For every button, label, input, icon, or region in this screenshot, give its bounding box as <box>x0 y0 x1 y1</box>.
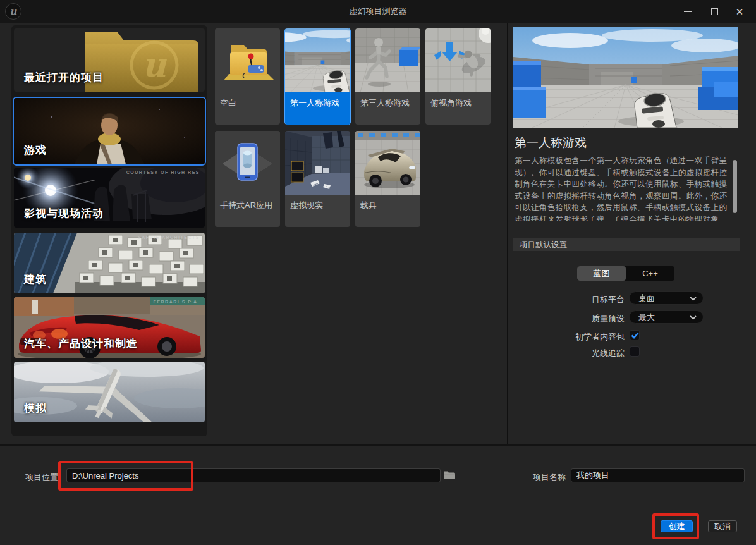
project-name-input[interactable] <box>571 468 745 482</box>
quality-preset-label: 质量预设 <box>530 313 625 324</box>
checkmark-icon <box>631 332 639 339</box>
template-tile-vehicle[interactable]: 载具 <box>355 131 420 227</box>
starter-content-label: 初学者内容包 <box>530 331 625 343</box>
template-tile-third-person[interactable]: 第三人称游戏 <box>355 28 420 125</box>
sidebar-item-label: 汽车、产品设计和制造 <box>24 336 138 351</box>
template-label: 手持式AR应用 <box>215 195 280 227</box>
minimize-button[interactable] <box>675 0 700 23</box>
top-down-thumbnail <box>425 28 491 92</box>
template-description: 第一人称模板包含一个第一人称玩家角色（通过一双手臂呈现）。你可以通过键盘、手柄或… <box>515 155 727 221</box>
thumbnail-credit: SAFDIE ARCHITECTS <box>138 235 200 240</box>
minimize-icon <box>684 11 692 12</box>
sidebar-item-label: 最近打开的项目 <box>24 70 104 85</box>
template-tile-first-person[interactable]: 第一人称游戏 <box>285 28 350 125</box>
thumbnail-credit: COURTESY OF HIGH RES <box>126 170 200 175</box>
sidebar-item-games[interactable]: 游戏 <box>14 98 205 164</box>
title-bar: u 虚幻项目浏览器 ✕ <box>0 0 756 23</box>
target-platform-label: 目标平台 <box>530 294 625 305</box>
language-toggle: 蓝图 C++ <box>577 266 674 281</box>
project-browser-window: u 虚幻项目浏览器 ✕ u 最近打开的项目 <box>0 0 756 545</box>
chevron-down-icon <box>690 297 697 301</box>
template-label: 空白 <box>215 92 280 125</box>
project-name-label: 项目名称 <box>533 472 566 483</box>
template-detail-title: 第一人称游戏 <box>515 135 587 151</box>
cancel-button[interactable]: 取消 <box>708 520 737 532</box>
quality-preset-value: 最大 <box>638 312 655 322</box>
svg-text:u: u <box>142 46 167 84</box>
template-tile-virtual-reality[interactable]: 虚拟现实 <box>285 131 350 227</box>
template-label: 载具 <box>355 195 420 227</box>
sidebar-item-film[interactable]: COURTESY OF HIGH RES 影视与现场活动 <box>14 168 205 228</box>
description-scrollbar[interactable] <box>733 160 737 213</box>
sidebar-item-label: 游戏 <box>24 143 47 157</box>
template-preview-image <box>513 27 738 128</box>
target-platform-dropdown[interactable]: 桌面 <box>629 291 704 305</box>
close-button[interactable]: ✕ <box>727 0 752 23</box>
quality-preset-dropdown[interactable]: 最大 <box>629 310 704 324</box>
template-label: 第一人称游戏 <box>285 92 350 125</box>
sidebar-item-architecture[interactable]: SAFDIE ARCHITECTS 建筑 <box>14 233 205 293</box>
close-icon: ✕ <box>736 7 744 16</box>
target-platform-value: 桌面 <box>638 293 655 303</box>
maximize-icon <box>711 8 718 15</box>
chevron-down-icon <box>690 315 697 320</box>
sidebar-item-automotive[interactable]: FERRARI S.P.A. 汽车、产品设计和制造 <box>14 297 205 358</box>
blank-thumbnail <box>215 28 280 92</box>
cpp-toggle-button[interactable]: C++ <box>626 266 674 281</box>
virtual-reality-thumbnail <box>285 131 350 195</box>
starter-content-checkbox[interactable] <box>630 330 640 340</box>
category-sidebar: u 最近打开的项目 游戏 <box>11 25 207 436</box>
thumbnail-credit: FERRARI S.P.A. <box>154 300 200 304</box>
browse-folder-icon[interactable] <box>444 470 455 479</box>
template-label: 俯视角游戏 <box>425 92 491 125</box>
sidebar-item-label: 模拟 <box>24 401 47 415</box>
template-label: 虚拟现实 <box>285 195 350 227</box>
vehicle-thumbnail <box>355 131 420 195</box>
template-tile-blank[interactable]: 空白 <box>215 28 280 125</box>
template-tile-handheld-ar[interactable]: 手持式AR应用 <box>215 131 280 227</box>
third-person-thumbnail <box>355 28 420 92</box>
template-label: 第三人称游戏 <box>355 92 420 125</box>
sidebar-item-recent-projects[interactable]: u 最近打开的项目 <box>14 28 205 92</box>
maximize-button[interactable] <box>702 0 727 23</box>
footer-divider <box>0 444 756 446</box>
sidebar-item-label: 影视与现场活动 <box>24 206 104 221</box>
handheld-ar-thumbnail <box>215 131 280 195</box>
project-location-label: 项目位置 <box>25 472 58 483</box>
annotation-box-location <box>58 461 193 491</box>
ray-tracing-label: 光线追踪 <box>530 348 625 359</box>
panel-divider <box>507 23 508 444</box>
sidebar-item-label: 建筑 <box>24 272 47 286</box>
first-person-thumbnail <box>285 28 350 92</box>
ray-tracing-checkbox[interactable] <box>630 346 640 357</box>
blueprint-toggle-button[interactable]: 蓝图 <box>577 266 626 281</box>
window-title: 虚幻项目浏览器 <box>0 0 756 23</box>
annotation-box-create <box>652 513 699 539</box>
sidebar-item-simulation[interactable]: 模拟 <box>14 362 205 422</box>
template-tile-top-down[interactable]: 俯视角游戏 <box>425 28 491 125</box>
project-defaults-header: 项目默认设置 <box>513 238 740 251</box>
